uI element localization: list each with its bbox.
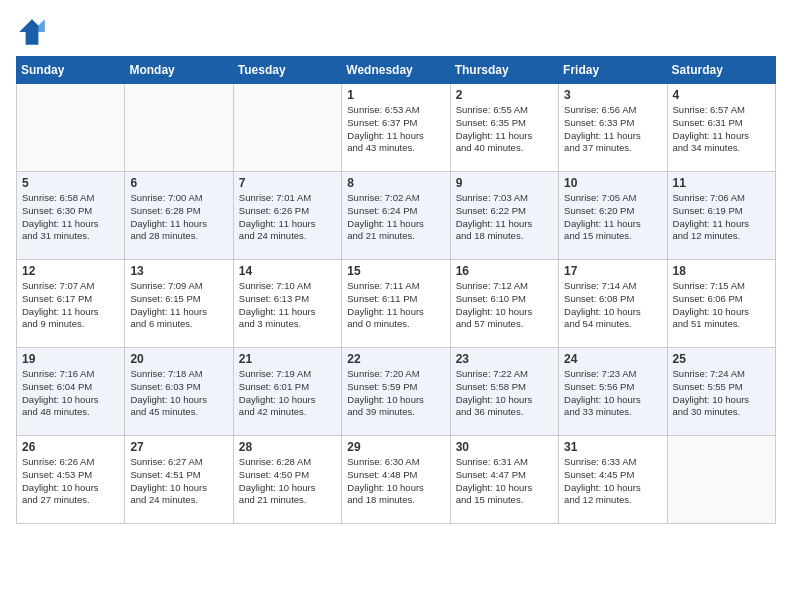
day-number: 19 [22,352,119,366]
day-info: Sunrise: 7:14 AM Sunset: 6:08 PM Dayligh… [564,280,661,331]
day-number: 13 [130,264,227,278]
day-info: Sunrise: 7:07 AM Sunset: 6:17 PM Dayligh… [22,280,119,331]
day-number: 6 [130,176,227,190]
day-number: 10 [564,176,661,190]
weekday-header-friday: Friday [559,57,667,84]
calendar-cell: 1Sunrise: 6:53 AM Sunset: 6:37 PM Daylig… [342,84,450,172]
calendar-cell: 24Sunrise: 7:23 AM Sunset: 5:56 PM Dayli… [559,348,667,436]
day-number: 3 [564,88,661,102]
weekday-header-saturday: Saturday [667,57,775,84]
day-info: Sunrise: 6:57 AM Sunset: 6:31 PM Dayligh… [673,104,770,155]
week-row-2: 5Sunrise: 6:58 AM Sunset: 6:30 PM Daylig… [17,172,776,260]
day-number: 5 [22,176,119,190]
calendar-cell: 4Sunrise: 6:57 AM Sunset: 6:31 PM Daylig… [667,84,775,172]
calendar-cell: 26Sunrise: 6:26 AM Sunset: 4:53 PM Dayli… [17,436,125,524]
weekday-header-row: SundayMondayTuesdayWednesdayThursdayFrid… [17,57,776,84]
day-number: 15 [347,264,444,278]
weekday-header-wednesday: Wednesday [342,57,450,84]
day-number: 4 [673,88,770,102]
day-number: 28 [239,440,336,454]
calendar-cell: 8Sunrise: 7:02 AM Sunset: 6:24 PM Daylig… [342,172,450,260]
calendar-cell: 2Sunrise: 6:55 AM Sunset: 6:35 PM Daylig… [450,84,558,172]
day-number: 31 [564,440,661,454]
calendar-cell: 19Sunrise: 7:16 AM Sunset: 6:04 PM Dayli… [17,348,125,436]
day-info: Sunrise: 7:24 AM Sunset: 5:55 PM Dayligh… [673,368,770,419]
calendar-cell: 9Sunrise: 7:03 AM Sunset: 6:22 PM Daylig… [450,172,558,260]
day-info: Sunrise: 6:28 AM Sunset: 4:50 PM Dayligh… [239,456,336,507]
calendar-cell: 23Sunrise: 7:22 AM Sunset: 5:58 PM Dayli… [450,348,558,436]
day-info: Sunrise: 7:22 AM Sunset: 5:58 PM Dayligh… [456,368,553,419]
day-number: 11 [673,176,770,190]
week-row-5: 26Sunrise: 6:26 AM Sunset: 4:53 PM Dayli… [17,436,776,524]
logo [16,16,52,48]
calendar-table: SundayMondayTuesdayWednesdayThursdayFrid… [16,56,776,524]
day-info: Sunrise: 6:58 AM Sunset: 6:30 PM Dayligh… [22,192,119,243]
calendar-cell [17,84,125,172]
calendar-cell: 12Sunrise: 7:07 AM Sunset: 6:17 PM Dayli… [17,260,125,348]
calendar-cell: 13Sunrise: 7:09 AM Sunset: 6:15 PM Dayli… [125,260,233,348]
day-number: 20 [130,352,227,366]
day-number: 9 [456,176,553,190]
day-info: Sunrise: 7:23 AM Sunset: 5:56 PM Dayligh… [564,368,661,419]
day-info: Sunrise: 6:53 AM Sunset: 6:37 PM Dayligh… [347,104,444,155]
day-number: 30 [456,440,553,454]
day-info: Sunrise: 7:20 AM Sunset: 5:59 PM Dayligh… [347,368,444,419]
week-row-3: 12Sunrise: 7:07 AM Sunset: 6:17 PM Dayli… [17,260,776,348]
calendar-cell: 10Sunrise: 7:05 AM Sunset: 6:20 PM Dayli… [559,172,667,260]
day-number: 23 [456,352,553,366]
calendar-cell: 22Sunrise: 7:20 AM Sunset: 5:59 PM Dayli… [342,348,450,436]
week-row-4: 19Sunrise: 7:16 AM Sunset: 6:04 PM Dayli… [17,348,776,436]
calendar-cell: 16Sunrise: 7:12 AM Sunset: 6:10 PM Dayli… [450,260,558,348]
calendar-cell: 25Sunrise: 7:24 AM Sunset: 5:55 PM Dayli… [667,348,775,436]
day-info: Sunrise: 6:56 AM Sunset: 6:33 PM Dayligh… [564,104,661,155]
calendar-cell: 17Sunrise: 7:14 AM Sunset: 6:08 PM Dayli… [559,260,667,348]
day-number: 8 [347,176,444,190]
day-info: Sunrise: 7:01 AM Sunset: 6:26 PM Dayligh… [239,192,336,243]
calendar-cell: 5Sunrise: 6:58 AM Sunset: 6:30 PM Daylig… [17,172,125,260]
calendar-cell [125,84,233,172]
calendar-cell: 18Sunrise: 7:15 AM Sunset: 6:06 PM Dayli… [667,260,775,348]
day-number: 25 [673,352,770,366]
day-info: Sunrise: 7:15 AM Sunset: 6:06 PM Dayligh… [673,280,770,331]
day-info: Sunrise: 6:33 AM Sunset: 4:45 PM Dayligh… [564,456,661,507]
weekday-header-monday: Monday [125,57,233,84]
day-info: Sunrise: 7:05 AM Sunset: 6:20 PM Dayligh… [564,192,661,243]
day-number: 22 [347,352,444,366]
day-number: 7 [239,176,336,190]
day-info: Sunrise: 7:12 AM Sunset: 6:10 PM Dayligh… [456,280,553,331]
calendar-cell: 28Sunrise: 6:28 AM Sunset: 4:50 PM Dayli… [233,436,341,524]
day-number: 16 [456,264,553,278]
calendar-cell [233,84,341,172]
day-number: 27 [130,440,227,454]
calendar-cell: 7Sunrise: 7:01 AM Sunset: 6:26 PM Daylig… [233,172,341,260]
calendar-cell: 20Sunrise: 7:18 AM Sunset: 6:03 PM Dayli… [125,348,233,436]
day-number: 17 [564,264,661,278]
day-number: 14 [239,264,336,278]
calendar-cell: 11Sunrise: 7:06 AM Sunset: 6:19 PM Dayli… [667,172,775,260]
page-header [16,16,776,48]
day-info: Sunrise: 7:11 AM Sunset: 6:11 PM Dayligh… [347,280,444,331]
calendar-cell: 6Sunrise: 7:00 AM Sunset: 6:28 PM Daylig… [125,172,233,260]
weekday-header-sunday: Sunday [17,57,125,84]
calendar-cell: 29Sunrise: 6:30 AM Sunset: 4:48 PM Dayli… [342,436,450,524]
day-number: 12 [22,264,119,278]
day-info: Sunrise: 7:10 AM Sunset: 6:13 PM Dayligh… [239,280,336,331]
day-number: 18 [673,264,770,278]
calendar-cell: 15Sunrise: 7:11 AM Sunset: 6:11 PM Dayli… [342,260,450,348]
svg-marker-1 [38,19,44,32]
weekday-header-thursday: Thursday [450,57,558,84]
day-number: 1 [347,88,444,102]
logo-icon [16,16,48,48]
day-info: Sunrise: 7:03 AM Sunset: 6:22 PM Dayligh… [456,192,553,243]
day-info: Sunrise: 7:00 AM Sunset: 6:28 PM Dayligh… [130,192,227,243]
day-number: 21 [239,352,336,366]
calendar-cell: 14Sunrise: 7:10 AM Sunset: 6:13 PM Dayli… [233,260,341,348]
calendar-cell: 21Sunrise: 7:19 AM Sunset: 6:01 PM Dayli… [233,348,341,436]
day-number: 24 [564,352,661,366]
day-number: 2 [456,88,553,102]
day-info: Sunrise: 7:16 AM Sunset: 6:04 PM Dayligh… [22,368,119,419]
calendar-cell: 27Sunrise: 6:27 AM Sunset: 4:51 PM Dayli… [125,436,233,524]
day-number: 29 [347,440,444,454]
day-info: Sunrise: 7:06 AM Sunset: 6:19 PM Dayligh… [673,192,770,243]
day-info: Sunrise: 7:09 AM Sunset: 6:15 PM Dayligh… [130,280,227,331]
